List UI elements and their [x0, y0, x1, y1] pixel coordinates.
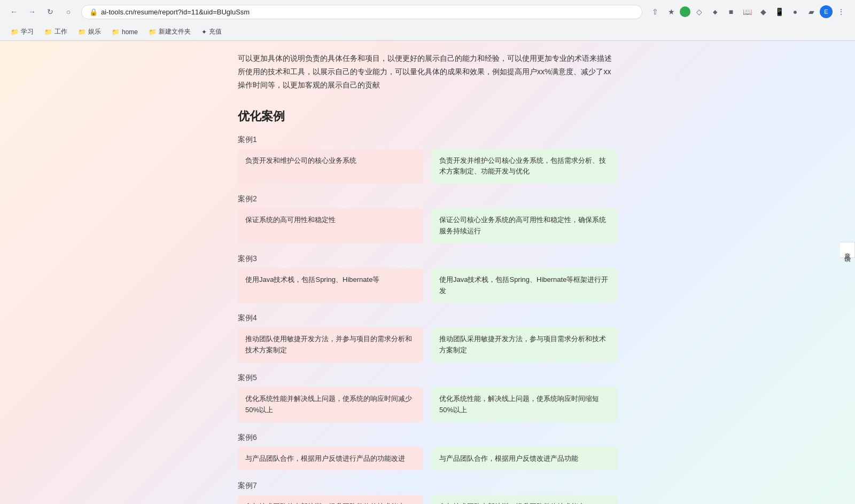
intro-text: 可以更加具体的说明负责的具体任务和项目，以便更好的展示自己的能力和经验，可以使用…: [232, 52, 623, 92]
folder-icon-ent: 📁: [78, 28, 86, 36]
case-optimized-7: 参与技术团队内部培训，提升团队整体技术能力: [432, 495, 617, 504]
case-label-1: 案例1: [232, 135, 623, 145]
case-original-3: 使用Java技术栈，包括Spring、Hibernate等: [238, 268, 423, 303]
recharge-icon: ✦: [201, 28, 207, 36]
reload-button[interactable]: ↻: [43, 4, 58, 19]
case-label-5: 案例5: [232, 373, 623, 383]
browser-chrome: ← → ↻ ○ 🔒 ai-tools.cn/resume/report?id=1…: [0, 0, 855, 41]
ext3-button[interactable]: ◆: [708, 4, 722, 19]
ext5-button[interactable]: 📖: [740, 4, 755, 19]
case-row-1: 负责开发和维护公司的核心业务系统负责开发并维护公司核心业务系统，包括需求分析、技…: [232, 149, 623, 184]
bookmark-new-folder[interactable]: 📁 新建文件夹: [144, 26, 195, 38]
case-optimized-6: 与产品团队合作，根据用户反馈改进产品功能: [432, 447, 617, 471]
case-optimized-1: 负责开发并维护公司核心业务系统，包括需求分析、技术方案制定、功能开发与优化: [432, 149, 617, 184]
case-original-6: 与产品团队合作，根据用户反馈进行产品的功能改进: [238, 447, 423, 471]
case-row-3: 使用Java技术栈，包括Spring、Hibernate等使用Java技术栈，包…: [232, 268, 623, 303]
ext4-button[interactable]: ■: [724, 4, 739, 19]
case-row-4: 推动团队使用敏捷开发方法，并参与项目的需求分析和技术方案制定推动团队采用敏捷开发…: [232, 327, 623, 363]
case-label-2: 案例2: [232, 194, 623, 204]
case-block-5: 案例5优化系统性能并解决线上问题，使系统的响应时间减少50%以上优化系统性能，解…: [232, 373, 623, 422]
folder-icon-home: 📁: [112, 28, 120, 36]
cases-container: 案例1负责开发和维护公司的核心业务系统负责开发并维护公司核心业务系统，包括需求分…: [232, 135, 623, 504]
folder-icon-new: 📁: [149, 28, 157, 36]
bookmark-recharge[interactable]: ✦ 充值: [197, 26, 226, 38]
case-block-6: 案例6与产品团队合作，根据用户反馈进行产品的功能改进与产品团队合作，根据用户反馈…: [232, 433, 623, 471]
optimization-section-title: 优化案例: [232, 108, 623, 124]
toolbar-actions: ⇧ ★ ◇ ◆ ■ 📖 ◆ 📱 ● ▰ E ⋮: [648, 4, 849, 19]
bookmark-button[interactable]: ★: [664, 4, 679, 19]
bookmark-yule[interactable]: 📁 娱乐: [74, 26, 105, 38]
nav-buttons: ← → ↻ ○: [6, 4, 76, 19]
case-block-7: 案例7参与技术团队的内部培训，提升团队整体的技术能力参与技术团队内部培训，提升团…: [232, 481, 623, 504]
bookmark-gongzuo[interactable]: 📁 工作: [40, 26, 72, 38]
menu-button[interactable]: ⋮: [834, 4, 849, 19]
case-optimized-3: 使用Java技术栈，包括Spring、Hibernate等框架进行开发: [432, 268, 617, 303]
ext1-button[interactable]: [680, 6, 690, 17]
feedback-button[interactable]: 意见反馈: [840, 242, 855, 258]
case-row-5: 优化系统性能并解决线上问题，使系统的响应时间减少50%以上优化系统性能，解决线上…: [232, 387, 623, 422]
bookmark-xuexi[interactable]: 📁 学习: [6, 26, 38, 38]
puzzle-button[interactable]: ▰: [804, 4, 819, 19]
share-button[interactable]: ⇧: [648, 4, 663, 19]
case-optimized-4: 推动团队采用敏捷开发方法，参与项目需求分析和技术方案制定: [432, 327, 617, 363]
url-text: ai-tools.cn/resume/report?id=11&uid=BUgl…: [101, 8, 634, 16]
content-area: 可以更加具体的说明负责的具体任务和项目，以便更好的展示自己的能力和经验，可以使用…: [232, 41, 623, 504]
case-block-2: 案例2保证系统的高可用性和稳定性保证公司核心业务系统的高可用性和稳定性，确保系统…: [232, 194, 623, 243]
lock-icon: 🔒: [89, 8, 98, 16]
case-label-4: 案例4: [232, 313, 623, 323]
case-original-4: 推动团队使用敏捷开发方法，并参与项目的需求分析和技术方案制定: [238, 327, 423, 363]
case-original-7: 参与技术团队的内部培训，提升团队整体的技术能力: [238, 495, 423, 504]
ext8-button[interactable]: ●: [788, 4, 803, 19]
ext7-button[interactable]: 📱: [772, 4, 787, 19]
page-wrapper: 可以更加具体的说明负责的具体任务和项目，以便更好的展示自己的能力和经验，可以使用…: [0, 41, 855, 504]
case-block-4: 案例4推动团队使用敏捷开发方法，并参与项目的需求分析和技术方案制定推动团队采用敏…: [232, 313, 623, 363]
folder-icon: 📁: [11, 28, 19, 36]
folder-icon-work: 📁: [44, 28, 52, 36]
home-button[interactable]: ○: [61, 4, 76, 19]
case-block-3: 案例3使用Java技术栈，包括Spring、Hibernate等使用Java技术…: [232, 254, 623, 303]
case-row-2: 保证系统的高可用性和稳定性保证公司核心业务系统的高可用性和稳定性，确保系统服务持…: [232, 208, 623, 243]
profile-button[interactable]: E: [820, 5, 833, 18]
case-original-5: 优化系统性能并解决线上问题，使系统的响应时间减少50%以上: [238, 387, 423, 422]
back-button[interactable]: ←: [6, 4, 21, 19]
case-label-3: 案例3: [232, 254, 623, 264]
case-row-6: 与产品团队合作，根据用户反馈进行产品的功能改进与产品团队合作，根据用户反馈改进产…: [232, 447, 623, 471]
ext6-button[interactable]: ◆: [756, 4, 771, 19]
case-optimized-5: 优化系统性能，解决线上问题，使系统响应时间缩短50%以上: [432, 387, 617, 422]
browser-toolbar: ← → ↻ ○ 🔒 ai-tools.cn/resume/report?id=1…: [0, 0, 855, 23]
bookmark-home[interactable]: 📁 home: [107, 27, 142, 37]
case-original-1: 负责开发和维护公司的核心业务系统: [238, 149, 423, 184]
case-optimized-2: 保证公司核心业务系统的高可用性和稳定性，确保系统服务持续运行: [432, 208, 617, 243]
bookmarks-bar: 📁 学习 📁 工作 📁 娱乐 📁 home 📁 新建文件夹 ✦ 充值: [0, 23, 855, 41]
address-bar[interactable]: 🔒 ai-tools.cn/resume/report?id=11&uid=BU…: [81, 5, 642, 19]
case-original-2: 保证系统的高可用性和稳定性: [238, 208, 423, 243]
case-label-6: 案例6: [232, 433, 623, 443]
case-label-7: 案例7: [232, 481, 623, 491]
forward-button[interactable]: →: [25, 4, 40, 19]
ext2-button[interactable]: ◇: [691, 4, 706, 19]
case-block-1: 案例1负责开发和维护公司的核心业务系统负责开发并维护公司核心业务系统，包括需求分…: [232, 135, 623, 184]
case-row-7: 参与技术团队的内部培训，提升团队整体的技术能力参与技术团队内部培训，提升团队整体…: [232, 495, 623, 504]
